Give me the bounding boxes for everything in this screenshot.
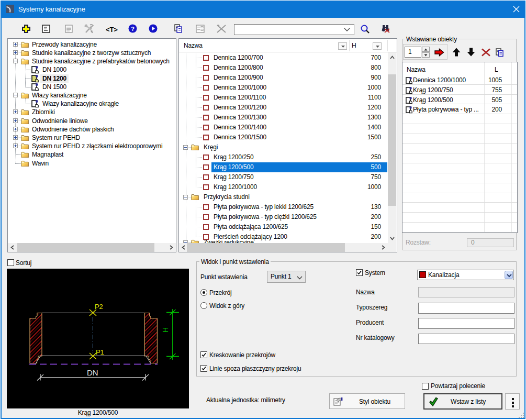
svg-text:H: H (161, 327, 170, 333)
svg-text:DN: DN (87, 368, 98, 377)
svg-text:P2: P2 (95, 303, 103, 311)
svg-text:?: ? (131, 26, 135, 32)
svg-text:P1: P1 (96, 348, 104, 356)
